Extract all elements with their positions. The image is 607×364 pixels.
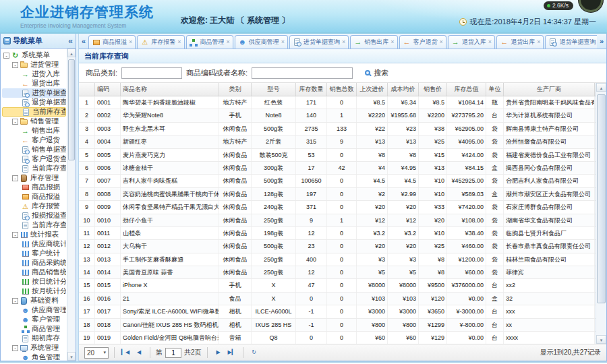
table-row[interactable]: 60006冰糖金桔干休闲食品300g装1742¥4¥4.95¥13¥84.15盒…: [79, 162, 596, 175]
tab-supplier-mgmt[interactable]: ☻供应商管理×: [235, 35, 288, 49]
grid-scrollbar[interactable]: ▴ ▾: [596, 83, 606, 344]
tab-return-in[interactable]: →退货入库×: [448, 35, 495, 49]
sidebar-scrollbar[interactable]: ▴ ▾: [67, 49, 76, 361]
tree-expander-icon[interactable]: -: [12, 232, 18, 238]
column-header-11[interactable]: 单位: [486, 83, 504, 96]
sidebar-item-supplier-mgmt[interactable]: ☻供应商管理: [2, 305, 66, 315]
tree-expander-icon[interactable]: -: [3, 53, 9, 59]
sidebar-item-goods-sales-stats[interactable]: 商品销售统计: [2, 268, 66, 277]
sidebar-item-sales-mgmt[interactable]: -销售管理: [2, 117, 66, 126]
table-row[interactable]: 90009休闲零食坚果特产精品干果无漂白大个开休闲食品240g装3710¥20¥…: [79, 201, 596, 214]
sidebar-item-system-mgmt[interactable]: -系统管理: [2, 343, 66, 353]
column-header-3[interactable]: 类别: [219, 83, 252, 96]
tab-goods-overflow[interactable]: 商品报溢×: [88, 35, 136, 49]
sidebar-item-purchase-mgmt[interactable]: -进货管理: [2, 60, 66, 69]
sidebar-item-current-stock-query[interactable]: 当前库存查询: [2, 107, 66, 117]
tree-expander-icon[interactable]: -: [12, 119, 18, 125]
sidebar-item-sales-out[interactable]: →销售出库: [2, 126, 66, 135]
column-header-7[interactable]: 上次进价: [357, 83, 388, 96]
tree-expander-icon[interactable]: -: [12, 345, 18, 351]
tree-expander-icon[interactable]: -: [12, 175, 18, 181]
grid-scrollbar-thumb[interactable]: [597, 94, 606, 303]
table-row[interactable]: 180018Canon/佳能 IXUS 285 HS 数码相机 2020相机IX…: [79, 319, 596, 332]
column-header-8[interactable]: 成本均价: [388, 83, 419, 96]
sidebar-item-return-order-query[interactable]: 退货单据查询: [2, 98, 66, 107]
tree-expander-icon[interactable]: -: [12, 298, 18, 304]
tab-goods-mgmt[interactable]: 商品管理×: [186, 35, 233, 49]
sidebar-item-purchase-in[interactable]: →进货入库: [2, 69, 66, 79]
sidebar-item-current-stock-query-2[interactable]: 当前库存查询: [2, 164, 66, 173]
table-row[interactable]: 20002华为荣耀Note8手机Note81401¥2220¥1955.68¥2…: [79, 109, 596, 122]
sidebar-item-goods-mgmt[interactable]: 商品管理: [2, 324, 66, 334]
close-icon[interactable]: ×: [488, 39, 492, 45]
table-row[interactable]: 50005麦片燕麦巧克力休闲食品散装500克530¥8¥8¥15¥424.00袋…: [79, 149, 596, 162]
next-page-button[interactable]: ▶: [213, 347, 224, 358]
sidebar-scrollbar-thumb[interactable]: [68, 59, 75, 160]
tab-sales-out[interactable]: →销售出库×: [350, 35, 397, 49]
tab-scroll-right-button[interactable]: »: [597, 34, 606, 49]
table-row[interactable]: 120012大乌梅干休闲食品500g装230¥20¥20¥25¥460.00袋长…: [79, 240, 596, 253]
column-header-1[interactable]: 编码: [95, 83, 121, 96]
scroll-down-icon[interactable]: ▾: [596, 335, 606, 344]
table-row[interactable]: 30003野生东北黑木耳休闲食品500g装2735133¥22¥23¥38¥62…: [79, 123, 596, 135]
sidebar-item-system-menu[interactable]: -↻系统菜单: [2, 51, 66, 60]
close-icon[interactable]: ×: [342, 39, 345, 45]
sidebar-item-customer-return[interactable]: ←客户退货: [2, 135, 66, 145]
category-input[interactable]: [121, 67, 182, 79]
column-header-6[interactable]: 销售总数: [327, 83, 357, 96]
table-row[interactable]: 100010劲仔小鱼干休闲食品250g装91¥12¥12¥20¥108.00袋湖…: [79, 214, 596, 227]
table-row[interactable]: 40004新疆红枣地方特产2斤装3159¥13¥13¥25¥4095.00袋沧州…: [79, 135, 596, 148]
prev-page-button[interactable]: ◀: [134, 347, 144, 358]
scroll-down-icon[interactable]: ▾: [67, 352, 76, 361]
table-row[interactable]: 130013手工制作芝麻香酥麻通休闲食品250g装4000¥3¥3¥8¥1200…: [79, 253, 596, 266]
sidebar-item-customer-mgmt[interactable]: ☻客户管理: [2, 315, 66, 324]
close-icon[interactable]: ×: [537, 39, 540, 45]
table-row[interactable]: 16001621食品X00¥103¥103¥120¥0.00盒32: [79, 293, 596, 305]
net-speed-badge[interactable]: 2.6K/s: [544, 1, 573, 10]
close-icon[interactable]: ×: [129, 39, 132, 45]
tab-return-order-query[interactable]: 退货单据查询×: [545, 35, 597, 49]
tab-stock-alert[interactable]: ⚠库存报警×: [137, 35, 184, 49]
column-header-5[interactable]: 库存数量: [296, 83, 327, 96]
sidebar-item-purchase-order-query[interactable]: 进货单据查询: [2, 88, 66, 98]
sidebar-item-loss-overflow-query[interactable]: 报损报溢查询: [2, 211, 66, 220]
column-header-9[interactable]: 销售价: [419, 83, 447, 96]
table-row[interactable]: 70007吉利人家牛肉味蛋糕休闲食品500g装1006500¥4.5¥4.5¥1…: [79, 175, 596, 187]
sidebar-item-initial-stock[interactable]: 期初库存: [2, 334, 66, 343]
sidebar-item-daily-stats[interactable]: 按日统计分析: [2, 277, 66, 286]
page-number-input[interactable]: [165, 348, 181, 358]
sidebar-collapse-button[interactable]: «: [68, 38, 73, 44]
column-header-0[interactable]: [79, 83, 95, 96]
scroll-up-icon[interactable]: ▴: [67, 49, 76, 57]
sidebar-item-customer-return-query[interactable]: 客户退货查询: [2, 154, 66, 164]
table-row[interactable]: 190019Golden Field/金河田 Q8电脑音响台式多音箱Q800¥6…: [79, 332, 596, 344]
keyword-input[interactable]: [252, 67, 353, 79]
sidebar-item-base-data[interactable]: -基础资料: [2, 296, 66, 305]
sidebar-item-return-out[interactable]: ←退货出库: [2, 79, 66, 88]
table-row[interactable]: 150015iPhone X手机X470¥8000¥8000¥9500¥3760…: [79, 279, 596, 292]
tree-expander-icon[interactable]: -: [12, 62, 18, 68]
column-header-2[interactable]: 商品名称: [121, 83, 219, 96]
table-row[interactable]: 140014美国青豆原味 蒜香休闲食品250g装120¥5¥5¥8¥60.00袋…: [79, 266, 596, 279]
close-icon[interactable]: ×: [177, 39, 181, 45]
sidebar-item-stock-mgmt[interactable]: -库存管理: [2, 173, 66, 183]
tab-scroll-left-button[interactable]: «: [79, 34, 88, 49]
sidebar-item-supplier-stats[interactable]: 供应商统计: [2, 239, 66, 249]
sidebar-item-stats-report[interactable]: -统计报表: [2, 230, 66, 239]
sidebar-item-goods-overflow[interactable]: 商品报溢: [2, 192, 66, 202]
sidebar-item-current-stock-query-3[interactable]: 当前库存查询: [2, 220, 66, 230]
column-header-4[interactable]: 型号: [252, 83, 296, 96]
first-page-button[interactable]: ▎◀: [120, 347, 131, 358]
sidebar-item-stock-alert[interactable]: ⚠库存报警: [2, 202, 66, 211]
sidebar-item-goods-loss[interactable]: 商品报损: [2, 183, 66, 192]
column-header-12[interactable]: 生产厂商: [504, 83, 595, 96]
table-row[interactable]: 10001陶华碧老干妈香辣脆油辣椒地方特产红色装1710¥8.5¥6.34¥8.…: [79, 96, 596, 109]
sidebar-item-monthly-stats[interactable]: 按月统计分析: [2, 286, 66, 296]
tab-return-out[interactable]: ←退货出库×: [496, 35, 544, 49]
column-header-10[interactable]: 库存总值: [447, 83, 486, 96]
sidebar-item-goods-purchase-stats[interactable]: 商品采购统计: [2, 258, 66, 268]
page-size-select[interactable]: 20 ▾: [84, 347, 109, 359]
close-icon[interactable]: ×: [391, 39, 394, 45]
close-icon[interactable]: ×: [281, 39, 285, 45]
sidebar-item-sales-order-query[interactable]: 销售单据查询: [2, 145, 66, 154]
